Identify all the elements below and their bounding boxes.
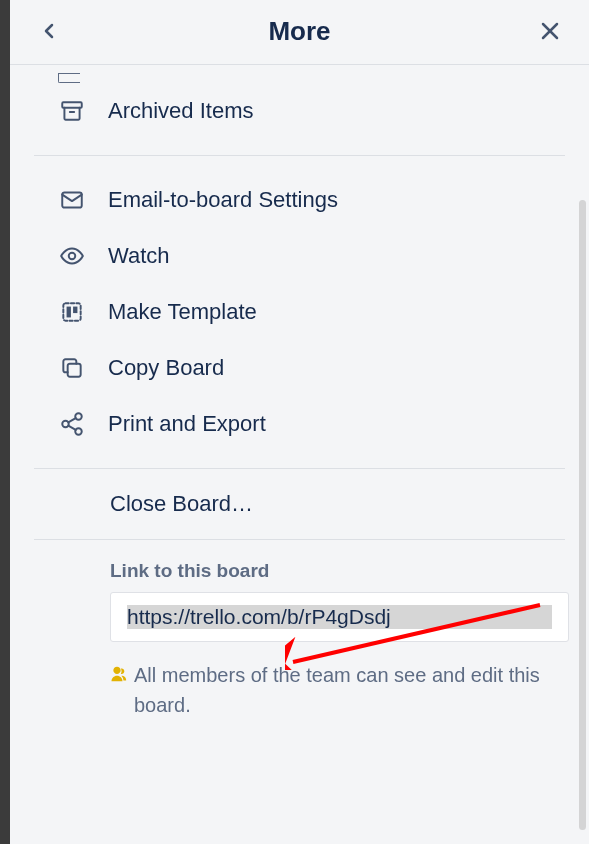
panel-title: More [68,16,531,47]
eye-icon [58,242,86,270]
archive-icon [58,97,86,125]
close-icon [538,19,562,43]
background-strip [0,0,10,844]
svg-line-13 [68,418,75,422]
menu-label: Archived Items [108,98,254,124]
link-to-board-label: Link to this board [110,560,569,582]
svg-rect-6 [63,303,80,320]
svg-rect-8 [73,307,77,314]
svg-rect-7 [67,307,71,318]
close-board-item[interactable]: Close Board… [10,469,589,539]
panel-header: More [10,0,589,64]
section-actions: Email-to-board Settings Watch Make Templ… [10,156,589,452]
svg-point-5 [69,253,76,260]
previous-item-edge [58,73,80,83]
svg-rect-9 [68,364,81,377]
team-icon [106,663,128,685]
visibility-description: All members of the team can see and edit… [106,660,569,720]
back-button[interactable] [30,12,68,50]
share-icon [58,410,86,438]
link-section: Link to this board All members of the te… [10,540,589,740]
menu-label: Close Board… [110,491,253,517]
svg-line-14 [68,426,75,430]
link-input-wrapper [110,592,569,642]
copy-icon [58,354,86,382]
close-button[interactable] [531,12,569,50]
make-template-item[interactable]: Make Template [10,284,589,340]
template-icon [58,298,86,326]
visibility-text: All members of the team can see and edit… [134,660,569,720]
menu-label: Print and Export [108,411,266,437]
menu-label: Copy Board [108,355,224,381]
print-export-item[interactable]: Print and Export [10,396,589,452]
svg-rect-2 [62,102,82,107]
watch-item[interactable]: Watch [10,228,589,284]
section-top: Archived Items [10,65,589,139]
more-menu-panel: More Archived Items Email-to-board Setti… [10,0,589,844]
scrollbar-thumb[interactable] [579,200,586,830]
chevron-left-icon [37,19,61,43]
archived-items-item[interactable]: Archived Items [10,83,589,139]
menu-label: Watch [108,243,170,269]
board-link-input[interactable] [127,605,552,629]
mail-icon [58,186,86,214]
copy-board-item[interactable]: Copy Board [10,340,589,396]
menu-label: Make Template [108,299,257,325]
menu-label: Email-to-board Settings [108,187,338,213]
email-settings-item[interactable]: Email-to-board Settings [10,172,589,228]
